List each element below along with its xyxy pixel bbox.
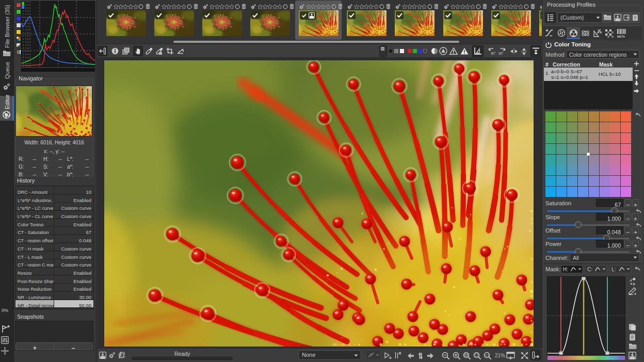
svg-text:META: META [617, 35, 625, 38]
svg-text:90°: 90° [498, 52, 504, 55]
svg-text:1:1: 1:1 [485, 354, 489, 357]
svg-text:90°: 90° [491, 52, 496, 55]
